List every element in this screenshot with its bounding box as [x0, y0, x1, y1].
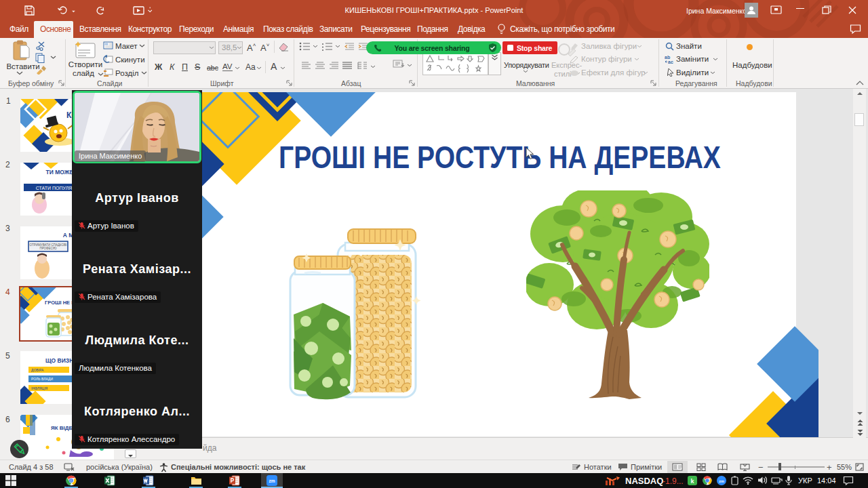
- svg-text:zm: zm: [719, 479, 724, 483]
- svg-text:ab: ab: [665, 55, 670, 60]
- svg-text:ІНФЛЯЦІЯ: ІНФЛЯЦІЯ: [31, 386, 48, 390]
- svg-text:ПРОФЕСІЮ: ПРОФЕСІЮ: [39, 247, 57, 250]
- svg-text:ДОВІРА: ДОВІРА: [31, 368, 44, 372]
- svg-text:РОЛЬ ВЛАДИ: РОЛЬ ВЛАДИ: [31, 377, 53, 381]
- svg-text:ac: ac: [668, 60, 673, 64]
- svg-text:zm: zm: [269, 479, 275, 483]
